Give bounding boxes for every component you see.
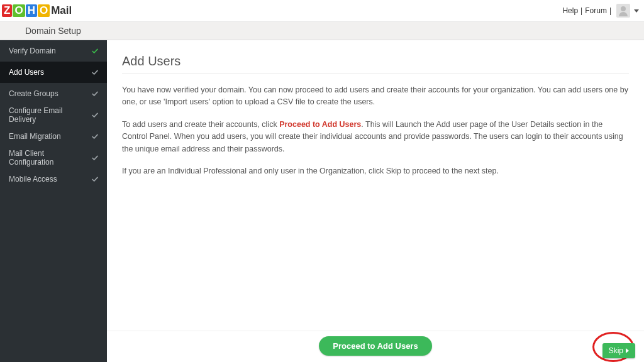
sidebar-item-configure-email-delivery[interactable]: Configure Email Delivery: [0, 104, 107, 126]
sidebar-item-label: Create Groups: [9, 89, 58, 98]
subheader-title: Domain Setup: [25, 26, 81, 36]
proceed-to-add-users-button[interactable]: Proceed to Add Users: [319, 336, 431, 356]
skip-button[interactable]: Skip: [602, 343, 635, 358]
check-icon: [91, 111, 99, 119]
check-icon: [91, 47, 99, 55]
sidebar-item-label: Verify Domain: [9, 47, 56, 55]
text: To add users and create their accounts, …: [122, 120, 279, 129]
check-icon: [91, 68, 99, 77]
sidebar-item-verify-domain[interactable]: Verify Domain: [0, 40, 107, 62]
intro-paragraph: You have now verified your domain. You c…: [122, 84, 629, 109]
logo-letter: Z: [2, 4, 12, 17]
chevron-right-icon: [626, 348, 629, 353]
emphasis-link[interactable]: Proceed to Add Users: [279, 120, 361, 129]
logo-product: Mail: [51, 4, 72, 17]
body-wrap: Verify Domain Add Users Create Groups Co…: [0, 40, 644, 362]
skip-paragraph: If you are an Individual Professional an…: [122, 165, 629, 177]
separator: |: [609, 6, 611, 15]
sidebar-item-label: Mail Client Configuration: [9, 149, 91, 167]
avatar[interactable]: [616, 4, 630, 18]
forum-link[interactable]: Forum: [585, 6, 607, 15]
page-title: Add Users: [122, 54, 629, 74]
main-content: Add Users You have now verified your dom…: [107, 40, 644, 362]
check-icon: [91, 132, 99, 141]
sidebar-item-label: Mobile Access: [9, 175, 57, 184]
check-icon: [91, 153, 99, 162]
sidebar-item-mobile-access[interactable]: Mobile Access: [0, 168, 107, 190]
sidebar-item-create-groups[interactable]: Create Groups: [0, 83, 107, 104]
logo-letter: O: [38, 4, 50, 17]
logo-letter: H: [26, 4, 37, 17]
check-icon: [91, 175, 99, 184]
logo-letter: O: [13, 4, 25, 17]
action-paragraph: To add users and create their accounts, …: [122, 119, 629, 155]
sidebar-item-mail-client-configuration[interactable]: Mail Client Configuration: [0, 147, 107, 168]
sidebar-item-add-users[interactable]: Add Users: [0, 62, 107, 83]
separator: |: [580, 6, 582, 15]
sidebar-item-label: Email Migration: [9, 132, 61, 141]
help-link[interactable]: Help: [562, 6, 578, 15]
sidebar-item-label: Configure Email Delivery: [9, 106, 91, 124]
skip-button-label: Skip: [609, 346, 623, 355]
app-logo[interactable]: Z O H O Mail: [2, 4, 72, 17]
sidebar: Verify Domain Add Users Create Groups Co…: [0, 40, 107, 362]
bottom-bar: Proceed to Add Users: [107, 331, 644, 356]
check-icon: [91, 89, 99, 98]
skip-button-wrap: Skip: [602, 343, 635, 358]
top-links: Help | Forum |: [562, 4, 639, 18]
subheader: Domain Setup: [0, 22, 644, 40]
chevron-down-icon[interactable]: [634, 9, 639, 13]
sidebar-item-label: Add Users: [9, 68, 44, 77]
topbar: Z O H O Mail Help | Forum |: [0, 0, 644, 22]
sidebar-item-email-migration[interactable]: Email Migration: [0, 126, 107, 147]
